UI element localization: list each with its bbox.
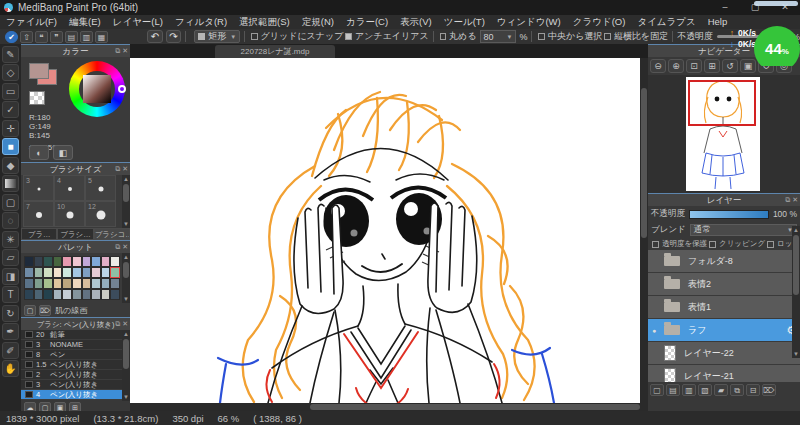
palette-swatch-10[interactable] xyxy=(24,267,34,278)
duplicate-layer-icon[interactable]: ⧉ xyxy=(730,384,744,396)
palette-swatch-6[interactable] xyxy=(82,256,92,267)
fill-rect-tool-icon[interactable]: ■ xyxy=(2,138,19,155)
blend-mode-dropdown[interactable]: 通常▼ xyxy=(690,224,797,236)
menu-item-4[interactable]: 選択範囲(S) xyxy=(233,15,296,29)
palette-swatch-20[interactable] xyxy=(24,278,34,289)
brush-list-item-6[interactable]: 4ペン(入り抜き xyxy=(21,390,130,400)
brush-tool-icon[interactable]: ✎ xyxy=(2,46,19,63)
palette-swatch-2[interactable] xyxy=(43,256,53,267)
brush-list-item-5[interactable]: 3ペン(入り抜き xyxy=(21,380,130,390)
move-tool-icon[interactable]: ✛ xyxy=(2,120,19,137)
menu-item-1[interactable]: 編集(E) xyxy=(63,15,107,29)
layer-opacity-slider[interactable] xyxy=(689,210,769,219)
layer-row-1[interactable]: 表情2 xyxy=(648,273,800,296)
foreground-color-swatch[interactable] xyxy=(29,63,49,79)
panel-tab-0[interactable]: ブラ… xyxy=(21,228,57,240)
bucket-tool-icon[interactable]: ◆ xyxy=(2,157,19,174)
palette-swatch-32[interactable] xyxy=(43,289,53,300)
color-set-button[interactable]: ◧ xyxy=(53,145,73,160)
panel-tab-2[interactable]: ブラシコ… xyxy=(94,228,130,240)
palette-swatch-33[interactable] xyxy=(53,289,63,300)
window-layout-icon[interactable]: ▦ xyxy=(95,31,108,43)
fixed-ratio-checkbox[interactable] xyxy=(604,33,611,40)
palette-swatch-19[interactable] xyxy=(110,267,120,278)
palette-swatch-27[interactable] xyxy=(91,278,101,289)
dot-pen-tool-icon[interactable]: ✓ xyxy=(2,101,19,118)
palette-swatch-5[interactable] xyxy=(72,256,82,267)
navigator-thumbnail[interactable] xyxy=(686,77,760,191)
rotate-left-icon[interactable]: ↺ xyxy=(722,59,738,73)
select-pen-tool-icon[interactable]: ▱ xyxy=(2,249,19,266)
panel-popup-close-icons[interactable]: ⧉ ✕ xyxy=(115,45,128,57)
menu-item-12[interactable]: Help xyxy=(702,15,734,29)
minimize-button[interactable]: – xyxy=(710,0,740,15)
palette-swatch-36[interactable] xyxy=(82,289,92,300)
sync-check-icon[interactable]: ✔ xyxy=(5,31,18,43)
layer-row-5[interactable]: レイヤー-21 xyxy=(648,365,800,382)
eraser-tool-icon[interactable]: ◇ xyxy=(2,64,19,81)
protect-alpha-checkbox[interactable] xyxy=(652,241,659,248)
menu-item-11[interactable]: タイムラプス xyxy=(631,15,701,29)
palette-swatch-24[interactable] xyxy=(62,278,72,289)
zoom-fit-icon[interactable]: ⊡ xyxy=(686,59,702,73)
brush-size-cell-3[interactable]: 3 xyxy=(23,175,54,201)
palette-swatch-12[interactable] xyxy=(43,267,53,278)
delete-layer-icon[interactable]: ⌦ xyxy=(762,384,776,396)
palette-swatch-30[interactable] xyxy=(24,289,34,300)
navigator-viewport-rect[interactable] xyxy=(688,80,756,126)
palette-swatch-17[interactable] xyxy=(91,267,101,278)
palette-swatch-26[interactable] xyxy=(82,278,92,289)
menu-item-9[interactable]: ウィンドウ(W) xyxy=(491,15,567,29)
palette-scrollbar[interactable]: ▲▼ xyxy=(122,253,130,303)
add-folder-icon[interactable]: ▧ xyxy=(698,384,712,396)
eyedropper-tool-icon[interactable]: ✐ xyxy=(2,342,19,359)
round-value-input[interactable]: 80 ▼ xyxy=(480,30,517,43)
palette-swatch-22[interactable] xyxy=(43,278,53,289)
menu-item-5[interactable]: 定規(N) xyxy=(296,15,340,29)
color-palette-button[interactable]: ◐ xyxy=(29,145,49,160)
palette-swatch-14[interactable] xyxy=(62,267,72,278)
panel-tab-1[interactable]: ブラシ… xyxy=(57,228,93,240)
brush-list-item-3[interactable]: 1.5ペン(入り抜き xyxy=(21,360,130,370)
palette-swatch-13[interactable] xyxy=(53,267,63,278)
antialias-checkbox[interactable] xyxy=(345,33,352,40)
panel-popup-close-icons[interactable]: ⧉ ✕ xyxy=(115,318,128,330)
center-select-checkbox[interactable] xyxy=(538,33,545,40)
lasso-tool-icon[interactable]: ◌ xyxy=(2,212,19,229)
hand-tool-icon[interactable]: ✋ xyxy=(2,360,19,377)
palette-swatch-18[interactable] xyxy=(101,267,111,278)
menu-item-3[interactable]: フィルタ(R) xyxy=(169,15,233,29)
palette-swatch-37[interactable] xyxy=(91,289,101,300)
brush-size-cell-7[interactable]: 7 xyxy=(23,201,54,227)
lock-checkbox[interactable] xyxy=(767,241,774,248)
brush-list-item-4[interactable]: 2ペン(入り抜き xyxy=(21,370,130,380)
palette-swatch-11[interactable] xyxy=(34,267,44,278)
palette-swatch-7[interactable] xyxy=(91,256,101,267)
menu-item-7[interactable]: 表示(V) xyxy=(394,15,438,29)
canvas[interactable] xyxy=(130,58,640,403)
panel-popup-close-icons[interactable]: ⧉ ✕ xyxy=(115,241,128,253)
new-layer-1bit-icon[interactable]: ▥ xyxy=(682,384,696,396)
menu-item-10[interactable]: クラウド(O) xyxy=(567,15,632,29)
chat-bubble-icon[interactable]: ❞ xyxy=(50,31,63,43)
new-palette-color-button[interactable]: ▢ xyxy=(24,305,36,316)
brush-list-scrollbar[interactable]: ▲▼ xyxy=(122,330,130,401)
clipping-checkbox[interactable] xyxy=(709,241,716,248)
palette-swatch-34[interactable] xyxy=(62,289,72,300)
round-corner-checkbox[interactable] xyxy=(440,33,447,40)
saturation-value-box[interactable] xyxy=(83,75,111,103)
brush-size-cell-5[interactable]: 5 xyxy=(85,175,116,201)
brush-size-cell-10[interactable]: 10 xyxy=(54,201,85,227)
palette-swatch-8[interactable] xyxy=(101,256,111,267)
panel-popup-close-icons[interactable]: ⧉ ✕ xyxy=(785,194,798,206)
canvas-horizontal-scrollbar[interactable] xyxy=(130,403,648,411)
redo-button[interactable]: ↷ xyxy=(166,30,182,43)
brush-size-cell-12[interactable]: 12 xyxy=(85,201,116,227)
share-icon[interactable]: ⇧ xyxy=(20,31,33,43)
brush-size-scrollbar[interactable]: ▲▼ xyxy=(122,175,130,228)
pen-tool-icon[interactable]: ✒ xyxy=(2,323,19,340)
new-layer-icon[interactable]: ▢ xyxy=(650,384,664,396)
brush-size-cell-4[interactable]: 4 xyxy=(54,175,85,201)
layer-list-scrollbar[interactable]: ▲▼ xyxy=(792,226,800,358)
undo-button[interactable]: ↶ xyxy=(147,30,163,43)
